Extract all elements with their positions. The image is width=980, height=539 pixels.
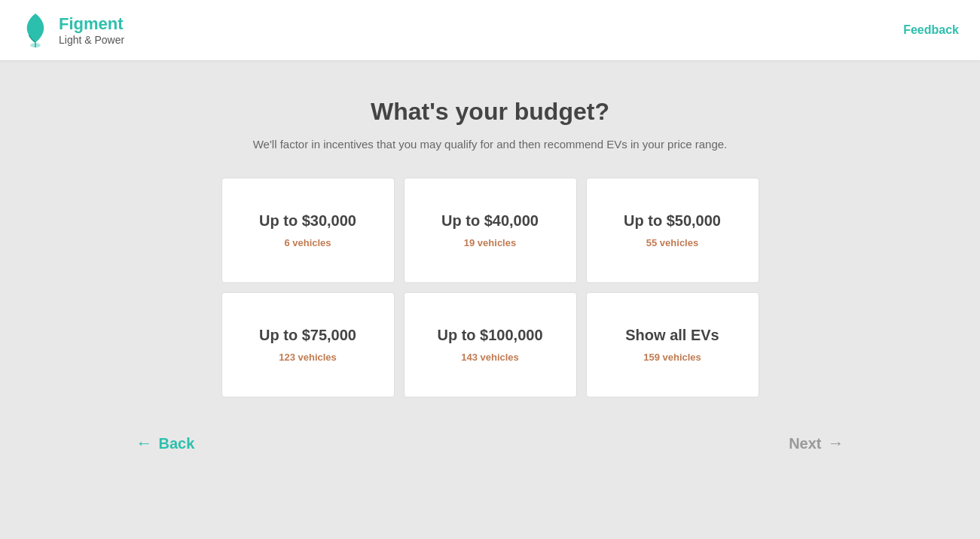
next-button[interactable]: Next → bbox=[789, 434, 844, 453]
logo-text: Figment Light & Power bbox=[59, 14, 124, 46]
card-count-5: 159 vehicles bbox=[643, 352, 701, 363]
header: Figment Light & Power Feedback bbox=[0, 0, 980, 60]
budget-card-3[interactable]: Up to $75,000123 vehicles bbox=[221, 292, 395, 397]
card-count-4: 143 vehicles bbox=[461, 352, 519, 363]
budget-card-grid: Up to $30,0006 vehiclesUp to $40,00019 v… bbox=[221, 178, 759, 397]
card-amount-5: Show all EVs bbox=[625, 327, 719, 344]
card-count-0: 6 vehicles bbox=[284, 237, 331, 248]
budget-card-1[interactable]: Up to $40,00019 vehicles bbox=[404, 178, 577, 283]
logo-area: Figment Light & Power bbox=[21, 12, 124, 48]
budget-card-4[interactable]: Up to $100,000143 vehicles bbox=[404, 292, 577, 397]
budget-card-2[interactable]: Up to $50,00055 vehicles bbox=[586, 178, 759, 283]
card-count-2: 55 vehicles bbox=[646, 237, 698, 248]
nav-row: ← Back Next → bbox=[76, 434, 905, 453]
page-subtitle: We'll factor in incentives that you may … bbox=[253, 138, 728, 151]
page-title: What's your budget? bbox=[371, 98, 609, 126]
logo-sub: Light & Power bbox=[59, 34, 124, 46]
card-count-1: 19 vehicles bbox=[464, 237, 516, 248]
next-label: Next bbox=[789, 435, 821, 452]
card-amount-4: Up to $100,000 bbox=[437, 327, 542, 344]
budget-card-0[interactable]: Up to $30,0006 vehicles bbox=[221, 178, 395, 283]
card-amount-3: Up to $75,000 bbox=[259, 327, 356, 344]
back-label: Back bbox=[159, 435, 195, 452]
back-button[interactable]: ← Back bbox=[136, 434, 195, 453]
card-amount-1: Up to $40,000 bbox=[441, 212, 539, 230]
next-arrow-icon: → bbox=[828, 434, 844, 453]
card-count-3: 123 vehicles bbox=[279, 352, 337, 363]
logo-icon bbox=[21, 12, 50, 48]
budget-card-5[interactable]: Show all EVs159 vehicles bbox=[586, 292, 759, 397]
feedback-link[interactable]: Feedback bbox=[903, 23, 959, 37]
main-content: What's your budget? We'll factor in ince… bbox=[0, 60, 980, 483]
logo-figment: Figment bbox=[59, 14, 124, 34]
card-amount-2: Up to $50,000 bbox=[624, 212, 721, 230]
back-arrow-icon: ← bbox=[136, 434, 153, 453]
card-amount-0: Up to $30,000 bbox=[259, 212, 356, 230]
